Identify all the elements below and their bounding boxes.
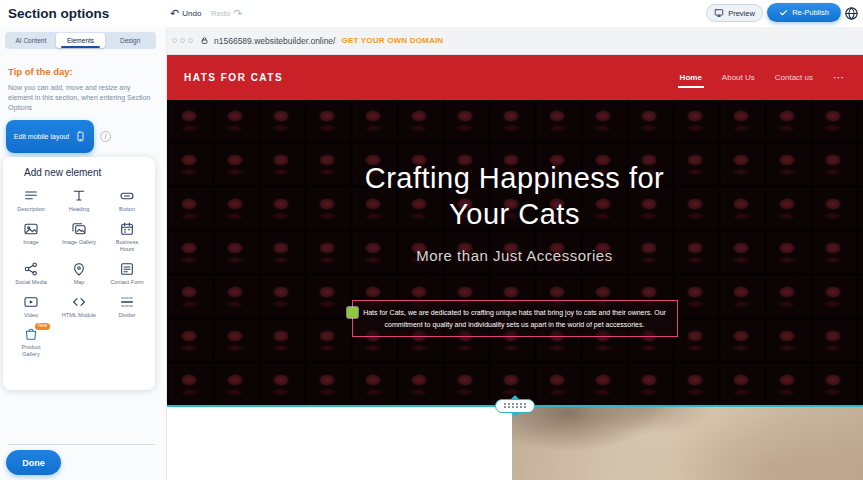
add-element-label: Video [13,312,49,319]
social-media-icon [23,261,39,277]
hero-description-box[interactable]: Hats for Cats, we are dedicated to craft… [352,300,678,337]
drag-dots-icon [504,403,526,409]
contact-form-icon [119,261,135,277]
editor-canvas: n1566589.websitebuilder.online/ GET YOUR… [166,27,863,480]
add-element-item-video[interactable]: Video [7,289,55,322]
add-element-item-product-gallery[interactable]: New Product Gallery [7,321,55,361]
site-header: Hats for Cats Home About Us Contact us ⋯ [166,55,863,100]
element-drag-handle[interactable] [347,307,358,318]
window-dot [172,38,177,43]
add-element-label: Divider [109,312,145,319]
add-element-label: Button [109,206,145,213]
redo-icon: ↷ [233,8,242,19]
add-element-label: Business Hours [109,239,145,253]
lock-icon [200,36,209,45]
website-preview: Hats for Cats Home About Us Contact us ⋯… [166,55,863,480]
sidebar-divider [8,444,155,445]
site-url: n1566589.websitebuilder.online/ [214,36,335,46]
add-element-label: Heading [61,206,97,213]
preview-button[interactable]: Preview [706,4,763,22]
add-element-label: Product Gallery [13,344,49,358]
tip-of-the-day-body: Now you can add, move and resize any ele… [8,83,151,112]
check-icon [779,8,788,17]
monitor-icon [714,8,724,18]
tip-of-the-day-title: Tip of the day: [8,66,73,77]
undo-label: Undo [182,9,201,18]
preview-label: Preview [728,9,755,18]
add-element-label: Map [61,279,97,286]
done-button[interactable]: Done [6,450,61,475]
undo-button[interactable]: ↶ Undo [170,0,201,27]
add-element-label: Image Gallery [61,239,97,246]
republish-label: Re-Publish [792,8,829,17]
hero-description-text: Hats for Cats, we are dedicated to craft… [363,309,666,328]
globe-icon [844,6,859,21]
tab-ai-content[interactable]: AI Content [6,33,56,48]
get-own-domain-link[interactable]: GET YOUR OWN DOMAIN [341,36,443,45]
add-element-label: Description [13,206,49,213]
site-nav: Home About Us Contact us ⋯ [680,69,845,86]
window-dots [172,38,193,43]
hero-heading[interactable]: Crafting Happiness for Your Cats [350,100,680,233]
undo-icon: ↶ [170,8,179,19]
top-toolbar: Section options ↶ Undo Redo ↷ Preview Re… [0,0,863,27]
redo-label: Redo [211,9,230,18]
add-element-item-description[interactable]: Description [7,183,55,216]
add-element-item-button[interactable]: Button [103,183,151,216]
image-icon [23,221,39,237]
button-icon [119,188,135,204]
html-module-icon [71,294,87,310]
edit-mobile-layout-button[interactable]: Edit mobile layout [6,120,94,153]
add-element-item-contact-form[interactable]: Contact Form [103,256,151,289]
heading-icon [71,188,87,204]
browser-address-bar: n1566589.websitebuilder.online/ GET YOUR… [166,27,863,55]
nav-item-about-us[interactable]: About Us [722,69,755,86]
website-builder-app: Section options ↶ Undo Redo ↷ Preview Re… [0,0,863,480]
hero-section: Crafting Happiness for Your Cats More th… [166,100,863,406]
nav-item-home[interactable]: Home [680,69,702,86]
description-icon [23,188,39,204]
site-logo[interactable]: Hats for Cats [184,72,283,83]
republish-button[interactable]: Re-Publish [767,3,841,22]
mobile-phone-icon [75,129,86,144]
add-element-label: HTML Module [61,312,97,319]
tab-elements[interactable]: Elements [56,33,106,48]
language-globe-button[interactable] [844,6,859,21]
add-element-item-business-hours[interactable]: Business Hours [103,216,151,256]
map-icon [71,261,87,277]
add-new-element-panel: Add new element Description Heading Butt… [3,157,155,390]
section-options-sidebar: AI Content Elements Design Tip of the da… [0,27,167,480]
add-element-item-html-module[interactable]: HTML Module [55,289,103,322]
business-hours-icon [119,221,135,237]
divider-icon [119,294,135,310]
add-element-label: Contact Form [109,279,145,286]
section-resize-handle[interactable] [495,399,535,413]
tab-design[interactable]: Design [105,33,155,48]
sidebar-tabs: AI Content Elements Design [5,32,156,49]
window-dot [188,38,193,43]
video-icon [23,294,39,310]
add-element-item-map[interactable]: Map [55,256,103,289]
redo-button[interactable]: Redo ↷ [211,0,242,27]
nav-item-contact-us[interactable]: Contact us [775,69,813,86]
new-badge: New [35,323,50,330]
add-new-element-title: Add new element [3,157,155,181]
element-grid: Description Heading Button Image Image G… [3,181,155,363]
add-element-item-heading[interactable]: Heading [55,183,103,216]
add-element-label: Image [13,239,49,246]
add-element-label: Social Media [13,279,49,286]
edit-mobile-layout-label: Edit mobile layout [14,133,69,140]
add-element-item-image[interactable]: Image [7,216,55,256]
next-section-image[interactable] [512,407,863,480]
nav-more-button[interactable]: ⋯ [833,71,845,84]
image-gallery-icon [71,221,87,237]
add-element-item-divider[interactable]: Divider [103,289,151,322]
add-element-item-image-gallery[interactable]: Image Gallery [55,216,103,256]
hero-subheading[interactable]: More than Just Accessories [166,247,863,264]
add-element-item-social-media[interactable]: Social Media [7,256,55,289]
info-icon[interactable]: i [100,131,111,142]
page-title: Section options [8,0,109,27]
window-dot [180,38,185,43]
